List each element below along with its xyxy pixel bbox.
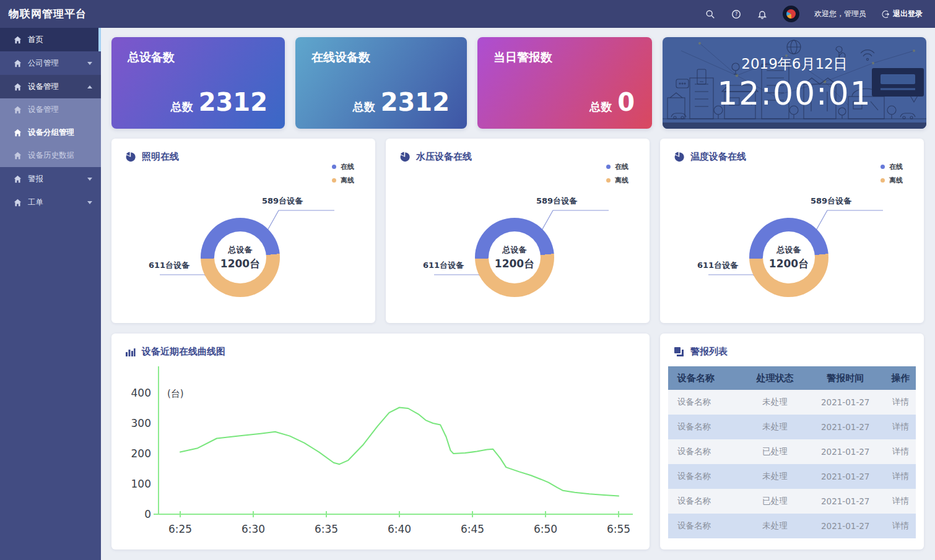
cell-status: 未处理 xyxy=(744,390,806,415)
alarm-list-card: 警报列表 设备名称 处理状态 警报时间 操作 设备名称未处理2021-01-27… xyxy=(660,334,924,549)
svg-text:400: 400 xyxy=(131,387,151,399)
card-title: 警报列表 xyxy=(690,346,728,358)
cell-device-name: 设备名称 xyxy=(668,489,744,514)
pie-chart-icon xyxy=(674,152,684,162)
donut-center: 总设备 1200台 xyxy=(214,231,266,283)
card-title: 照明在线 xyxy=(142,151,179,163)
sidebar-item-workorder[interactable]: 工单 xyxy=(0,191,101,214)
svg-text:300: 300 xyxy=(131,417,151,429)
donut-label-online: 589台设备 xyxy=(536,196,577,207)
donut-label-offline: 611台设备 xyxy=(423,260,464,271)
col-time: 警报时间 xyxy=(806,366,885,390)
logout-button[interactable]: 退出登录 xyxy=(881,9,923,19)
legend-dot-offline xyxy=(606,178,611,183)
donut-label-online: 589台设备 xyxy=(262,196,303,207)
chevron-down-icon xyxy=(87,62,92,65)
sidebar-item-label: 设备历史数据 xyxy=(28,150,74,161)
cell-status: 未处理 xyxy=(744,415,806,439)
legend-offline[interactable]: 离线 xyxy=(606,176,628,185)
stat-value: 2312 xyxy=(381,88,450,116)
detail-link[interactable]: 详情 xyxy=(885,514,916,538)
alarm-table: 设备名称 处理状态 警报时间 操作 设备名称未处理2021-01-27详情设备名… xyxy=(668,366,916,538)
avatar-logo xyxy=(786,9,796,19)
legend-online[interactable]: 在线 xyxy=(881,162,903,171)
col-device-name: 设备名称 xyxy=(668,366,744,390)
alarm-table-row: 设备名称已处理2021-01-27详情 xyxy=(668,489,916,514)
legend-online[interactable]: 在线 xyxy=(606,162,628,171)
legend-dot-online xyxy=(881,165,885,169)
stat-prefix: 总数 xyxy=(171,100,193,114)
stat-prefix: 总数 xyxy=(589,100,612,114)
sidebar-item-device[interactable]: 设备管理 xyxy=(0,75,101,98)
donut-card-lighting: 照明在线 在线 离线 589台设备 611台设备 总设备 1200台 xyxy=(111,139,375,323)
welcome-text: 欢迎您，管理员 xyxy=(814,9,866,19)
home-icon xyxy=(14,152,22,160)
stat-card-online-devices: 在线设备数 总数2312 xyxy=(295,37,467,129)
cell-time: 2021-01-27 xyxy=(806,415,885,439)
cell-time: 2021-01-27 xyxy=(806,514,885,538)
time-display: 12:00:01 xyxy=(717,75,872,112)
col-action: 操作 xyxy=(885,366,916,390)
legend-dot-offline xyxy=(881,178,885,183)
navbar-actions: ? 欢迎您，管理员 退出登录 xyxy=(705,6,935,22)
chevron-down-icon xyxy=(87,201,92,204)
donut-card-water-pressure: 水压设备在线 在线 离线 589台设备 611台设备 总设备 1200台 xyxy=(386,139,650,323)
user-avatar[interactable] xyxy=(783,6,799,22)
sidebar-item-device-manage[interactable]: 设备管理 xyxy=(0,98,101,121)
home-icon xyxy=(14,83,22,91)
sidebar-item-label: 设备管理 xyxy=(28,105,59,115)
donut-card-temperature: 温度设备在线 在线 离线 589台设备 611台设备 总设备 1200台 xyxy=(660,139,924,323)
alarm-table-row: 设备名称未处理2021-01-27详情 xyxy=(668,514,916,538)
sidebar-item-company[interactable]: 公司管理 xyxy=(0,51,101,75)
home-icon xyxy=(14,59,22,67)
sidebar-item-label: 设备管理 xyxy=(28,82,59,92)
legend-online[interactable]: 在线 xyxy=(332,162,354,171)
svg-text:100: 100 xyxy=(131,478,151,490)
donut-chart: 总设备 1200台 xyxy=(749,218,828,297)
home-icon xyxy=(14,175,22,183)
search-icon[interactable] xyxy=(705,9,716,20)
detail-link[interactable]: 详情 xyxy=(885,415,916,439)
help-icon[interactable]: ? xyxy=(731,9,742,20)
pie-chart-icon xyxy=(399,152,410,162)
legend-dot-online xyxy=(606,165,611,169)
card-title: 水压设备在线 xyxy=(416,151,472,163)
bottom-row: 设备近期在线曲线图 0100200300400(台)6:256:306:356:… xyxy=(111,334,926,549)
alarm-table-row: 设备名称未处理2021-01-27详情 xyxy=(668,415,916,439)
cell-device-name: 设备名称 xyxy=(668,514,744,538)
bell-icon[interactable] xyxy=(757,9,768,20)
home-icon xyxy=(14,199,22,207)
stat-card-today-alarms: 当日警报数 总数0 xyxy=(477,37,652,129)
date-display: 2019年6月12日 xyxy=(741,54,847,74)
donut-chart: 总设备 1200台 xyxy=(201,218,280,297)
svg-text:6:35: 6:35 xyxy=(315,523,338,535)
cell-status: 未处理 xyxy=(744,464,806,489)
donut-card-row: 照明在线 在线 离线 589台设备 611台设备 总设备 1200台 xyxy=(111,139,926,323)
cell-time: 2021-01-27 xyxy=(806,489,885,514)
legend-offline[interactable]: 离线 xyxy=(332,176,354,185)
sidebar-item-label: 警报 xyxy=(28,174,43,184)
detail-link[interactable]: 详情 xyxy=(885,489,916,514)
stat-title: 总设备数 xyxy=(128,50,269,66)
alarm-table-header-row: 设备名称 处理状态 警报时间 操作 xyxy=(668,366,916,390)
cell-device-name: 设备名称 xyxy=(668,439,744,464)
cell-status: 已处理 xyxy=(744,439,806,464)
cell-time: 2021-01-27 xyxy=(806,390,885,415)
sidebar-item-device-group[interactable]: 设备分组管理 xyxy=(0,121,101,144)
top-navbar: 物联网管理平台 ? 欢迎您，管理员 退出登录 xyxy=(0,0,935,28)
svg-text:200: 200 xyxy=(131,447,151,460)
sidebar: 首页 公司管理 设备管理 设备管理 设备分组管理 设备历史数据 xyxy=(0,28,101,560)
detail-link[interactable]: 详情 xyxy=(885,390,916,415)
sidebar-item-device-history[interactable]: 设备历史数据 xyxy=(0,144,101,167)
stat-card-total-devices: 总设备数 总数2312 xyxy=(111,37,285,129)
bar-chart-icon xyxy=(125,347,136,357)
legend-offline[interactable]: 离线 xyxy=(881,176,903,185)
sidebar-item-alarm[interactable]: 警报 xyxy=(0,167,101,191)
sidebar-item-home[interactable]: 首页 xyxy=(0,28,101,51)
detail-link[interactable]: 详情 xyxy=(885,439,916,464)
home-icon xyxy=(14,129,22,137)
card-title: 温度设备在线 xyxy=(690,151,746,163)
cell-time: 2021-01-27 xyxy=(806,439,885,464)
sidebar-item-label: 工单 xyxy=(28,197,43,208)
detail-link[interactable]: 详情 xyxy=(885,464,916,489)
